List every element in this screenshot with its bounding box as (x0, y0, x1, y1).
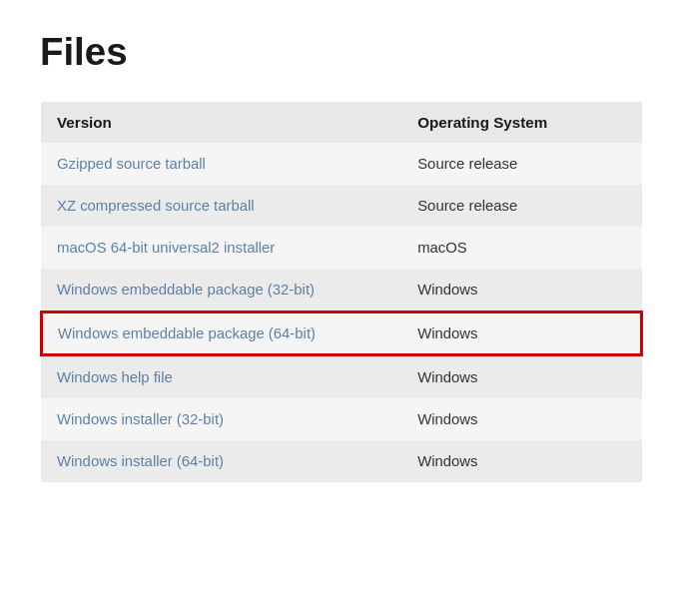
cell-version: Windows installer (64-bit) (41, 440, 401, 482)
table-row: XZ compressed source tarballSource relea… (41, 185, 642, 227)
cell-version: Gzipped source tarball (41, 143, 401, 185)
cell-version: Windows embeddable package (32-bit) (41, 269, 401, 311)
cell-os: Source release (401, 143, 642, 185)
version-link[interactable]: Windows embeddable package (32-bit) (57, 282, 315, 298)
version-link[interactable]: macOS 64-bit universal2 installer (57, 240, 275, 256)
cell-os: macOS (401, 227, 642, 269)
column-header-os: Operating System (401, 102, 642, 143)
table-header-row: Version Operating System (41, 102, 642, 143)
table-row: Windows help fileWindows (41, 355, 642, 398)
table-row: Windows embeddable package (32-bit)Windo… (41, 269, 642, 311)
cell-version: XZ compressed source tarball (41, 185, 401, 227)
version-link[interactable]: Gzipped source tarball (57, 156, 206, 172)
files-table: Version Operating System Gzipped source … (40, 102, 643, 482)
cell-os: Windows (401, 311, 642, 355)
version-link[interactable]: Windows embeddable package (64-bit) (58, 325, 316, 341)
table-row: Gzipped source tarballSource release (41, 143, 642, 185)
cell-version: Windows installer (32-bit) (41, 398, 401, 440)
cell-version: Windows embeddable package (64-bit) (41, 311, 401, 355)
column-header-version: Version (41, 102, 401, 143)
table-row: Windows installer (64-bit)Windows (41, 440, 642, 482)
page-title: Files (40, 30, 643, 74)
version-link[interactable]: Windows help file (57, 369, 173, 385)
table-row: Windows installer (32-bit)Windows (41, 398, 642, 440)
cell-os: Windows (401, 355, 642, 398)
cell-os: Windows (401, 269, 642, 311)
cell-os: Windows (401, 398, 642, 440)
cell-version: Windows help file (41, 355, 401, 398)
version-link[interactable]: XZ compressed source tarball (57, 198, 255, 214)
version-link[interactable]: Windows installer (32-bit) (57, 411, 224, 427)
table-row: Windows embeddable package (64-bit)Windo… (41, 311, 642, 355)
version-link[interactable]: Windows installer (64-bit) (57, 453, 224, 469)
table-row: macOS 64-bit universal2 installermacOS (41, 227, 642, 269)
cell-version: macOS 64-bit universal2 installer (41, 227, 401, 269)
cell-os: Windows (401, 440, 642, 482)
cell-os: Source release (401, 185, 642, 227)
